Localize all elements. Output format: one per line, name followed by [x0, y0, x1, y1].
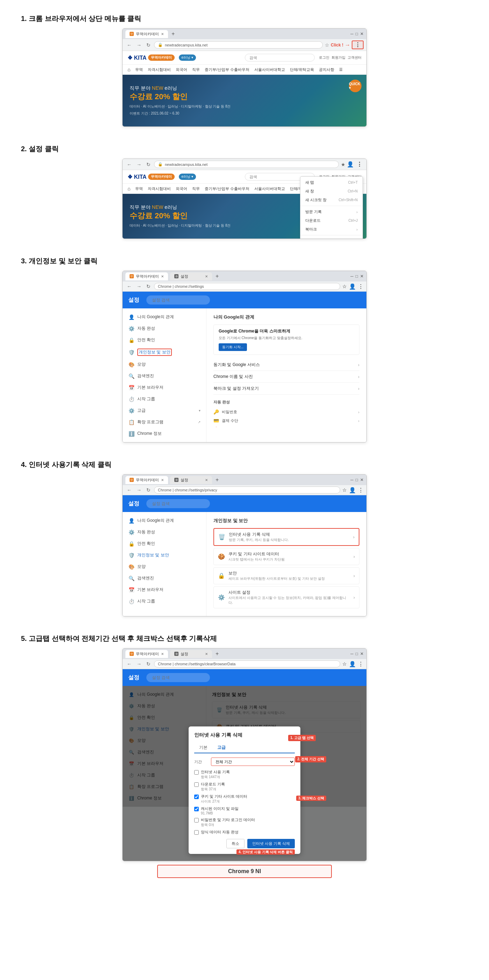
bookmark-star-4[interactable]: ☆ — [342, 487, 347, 493]
menu-zoom[interactable]: 글꼴 크기 − 100% + ⛶ — [300, 237, 363, 239]
settings-nav-safety-4[interactable]: 🔒 안전 확인 — [123, 538, 206, 549]
tab-close-5b[interactable]: ✕ — [205, 652, 208, 656]
settings-nav-ext-3[interactable]: 📋 확장 프로그램 ↗ — [123, 416, 206, 428]
nav-sme-2[interactable]: 중기부/산업부 수출바우처 — [205, 186, 249, 191]
nav-home-1[interactable]: ⌂ — [127, 67, 130, 72]
window-maximize-5[interactable]: □ — [355, 651, 358, 656]
nav-home-2[interactable]: ⌂ — [127, 186, 130, 191]
nav-badge-2[interactable]: e러닝 ▾ — [179, 173, 196, 180]
back-btn-1[interactable]: ← — [126, 41, 133, 49]
privacy-item-security-4[interactable]: 🔒 보안 세이프 브라우저(위험한 사이트로부터 보호) 및 기타 보안 설정 … — [213, 567, 359, 584]
settings-nav-privacy-4[interactable]: 🛡️ 개인정보 및 보안 — [123, 549, 206, 561]
settings-nav-google-3[interactable]: 👤 나의 Google의 관계 — [123, 311, 206, 323]
back-btn-3[interactable]: ← — [126, 283, 133, 290]
settings-nav-search-3[interactable]: 🔍 검색엔진 — [123, 370, 206, 382]
nav-notice-1[interactable]: 공지사항 — [319, 67, 334, 72]
settings-nav-privacy-3[interactable]: 🛡️ 개인정보 및 보안 — [123, 346, 206, 359]
chrome-menu-btn-5[interactable]: ⋮ — [358, 661, 363, 667]
forward-btn-3[interactable]: → — [135, 283, 143, 290]
tab-close-1[interactable]: ✕ — [161, 32, 164, 36]
settings-nav-default-3[interactable]: 📅 기본 브라우저 — [123, 382, 206, 393]
window-maximize-1[interactable]: □ — [355, 32, 358, 36]
new-tab-btn-4[interactable]: + — [214, 477, 220, 483]
password-item-3[interactable]: 🔑 비밀번호 › — [213, 407, 359, 416]
menu-new-tab[interactable]: 새 탭 Ctrl+T — [300, 178, 363, 187]
settings-nav-startup-3[interactable]: ⏱️ 시작 그룹 — [123, 393, 206, 405]
browser-tab-4a[interactable]: 무 무역아카데미 ✕ — [126, 476, 168, 484]
nav-exam-1[interactable]: 자격시험대비 — [148, 67, 171, 72]
address-bar-3[interactable]: Chrome | chrome://settings — [154, 283, 340, 290]
nav-cyber-1[interactable]: 서울사이버대학교 — [254, 67, 285, 72]
settings-nav-autofill-3[interactable]: ⚙️ 자동 완성 — [123, 323, 206, 334]
nav-exam-2[interactable]: 자격시험대비 — [148, 186, 171, 191]
window-maximize-3[interactable]: □ — [355, 274, 358, 279]
support-link-1[interactable]: 고객센터 — [347, 55, 362, 60]
menu-bookmarks[interactable]: 북마크 › — [300, 225, 363, 234]
forward-btn-5[interactable]: → — [135, 660, 143, 667]
dialog-period-select[interactable]: 전체 기간 최근 1시간 최근 24시간 최근 7일 최근 4주 — [211, 757, 295, 766]
settings-nav-appearance-3[interactable]: 🎨 모양 — [123, 359, 206, 370]
settings-nav-safety-3[interactable]: 🔒 안전 확인 — [123, 334, 206, 346]
back-btn-5[interactable]: ← — [126, 660, 133, 667]
settings-nav-search-4[interactable]: 🔍 검색엔진 — [123, 573, 206, 584]
login-link-1[interactable]: 로그인 — [319, 55, 330, 60]
chrome-profile-item-3[interactable]: Chrome 이름 및 사진 › — [213, 371, 359, 383]
nav-cyber-2[interactable]: 서울사이버대학교 — [254, 186, 285, 191]
tab-close-4a[interactable]: ✕ — [161, 478, 164, 482]
tab-close-5a[interactable]: ✕ — [161, 652, 164, 656]
window-minimize-4[interactable]: ─ — [350, 477, 354, 482]
forward-btn-1[interactable]: → — [135, 41, 143, 49]
bookmark-star-3[interactable]: ☆ — [342, 283, 347, 289]
nav-badge-1[interactable]: e러닝 ▾ — [179, 54, 196, 61]
payment-item-3[interactable]: 💳 결제 수단 › — [213, 416, 359, 425]
tab-close-4b[interactable]: ✕ — [205, 478, 208, 482]
nav-more-1[interactable]: ☰ — [339, 67, 342, 72]
cb-cookies-input[interactable] — [194, 795, 199, 799]
menu-new-window[interactable]: 새 창 Ctrl+N — [300, 187, 363, 196]
browser-tab-4b[interactable]: ⚙ 설정 ✕ — [170, 476, 212, 484]
register-link-1[interactable]: 회원가입 — [331, 55, 346, 60]
bookmark-star-2[interactable]: ★ — [341, 162, 346, 167]
import-item-3[interactable]: 북마크 및 설정 가져오기 › — [213, 383, 359, 395]
settings-nav-advanced-3[interactable]: ⚙️ 고급 ▾ — [123, 405, 206, 416]
chrome-menu-btn-4[interactable]: ⋮ — [358, 487, 363, 493]
menu-history[interactable]: 방문 기록 › — [300, 207, 363, 216]
tab-close-3b[interactable]: ✕ — [205, 275, 208, 278]
quick-btn-1[interactable]: QUICK ▾ — [349, 80, 362, 92]
address-bar-1[interactable]: 🔒 newtradecampus.kita.net — [154, 41, 323, 49]
bookmark-star-5[interactable]: ☆ — [342, 661, 347, 667]
cb-cache-input[interactable] — [194, 807, 199, 811]
privacy-item-history-4[interactable]: 🗑️ 인터넷 사용 기록 삭제 방문 기록, 쿠키, 캐시 등을 삭제합니다. … — [213, 528, 359, 546]
new-tab-btn-3[interactable]: + — [214, 273, 220, 279]
dialog-tab-basic[interactable]: 기본 — [194, 743, 212, 752]
dialog-tab-advanced[interactable]: 고급 — [212, 743, 231, 753]
nav-job-2[interactable]: 직무 — [192, 186, 200, 191]
nav-corp-1[interactable]: 단체/위탁교육 — [290, 67, 314, 72]
reload-btn-4[interactable]: ↻ — [145, 487, 152, 493]
settings-nav-appearance-4[interactable]: 🎨 모양 — [123, 561, 206, 573]
nav-foreign-1[interactable]: 외국어 — [176, 67, 187, 72]
reload-btn-3[interactable]: ↻ — [145, 283, 152, 290]
cancel-btn-5[interactable]: 취소 — [226, 839, 244, 848]
nav-trade-2[interactable]: 무역 — [135, 186, 143, 191]
back-btn-4[interactable]: ← — [126, 487, 133, 493]
bookmark-star-1[interactable]: ☆ — [325, 42, 330, 48]
nav-trade-1[interactable]: 무역 — [135, 67, 143, 72]
reload-btn-1[interactable]: ↻ — [145, 41, 152, 49]
chrome-menu-btn-1[interactable]: ⋮ — [354, 41, 362, 49]
window-close-3[interactable]: ✕ — [360, 274, 363, 279]
browser-tab-3a[interactable]: 무 무역아카데미 ✕ — [126, 272, 168, 280]
settings-search-4[interactable] — [147, 499, 210, 508]
reload-btn-5[interactable]: ↻ — [145, 660, 152, 667]
settings-nav-default-4[interactable]: 📅 기본 브라우저 — [123, 584, 206, 595]
nav-job-1[interactable]: 직무 — [192, 67, 200, 72]
browser-tab-3b[interactable]: ⚙ 설정 ✕ — [170, 272, 212, 280]
cb-password-input[interactable] — [194, 818, 199, 822]
nav-foreign-2[interactable]: 외국어 — [176, 186, 187, 191]
clear-btn-5[interactable]: 인터넷 사용 기록 삭제 — [247, 839, 295, 848]
window-maximize-4[interactable]: □ — [355, 477, 358, 482]
settings-nav-about-3[interactable]: ℹ️ Chrome 정보 — [123, 428, 206, 439]
settings-nav-google-4[interactable]: 👤 나의 Google의 관계 — [123, 515, 206, 526]
browser-tab-5a[interactable]: 무 무역아카데미 ✕ — [126, 650, 168, 658]
sync-btn-3[interactable]: 동기화 시작... — [219, 343, 247, 351]
